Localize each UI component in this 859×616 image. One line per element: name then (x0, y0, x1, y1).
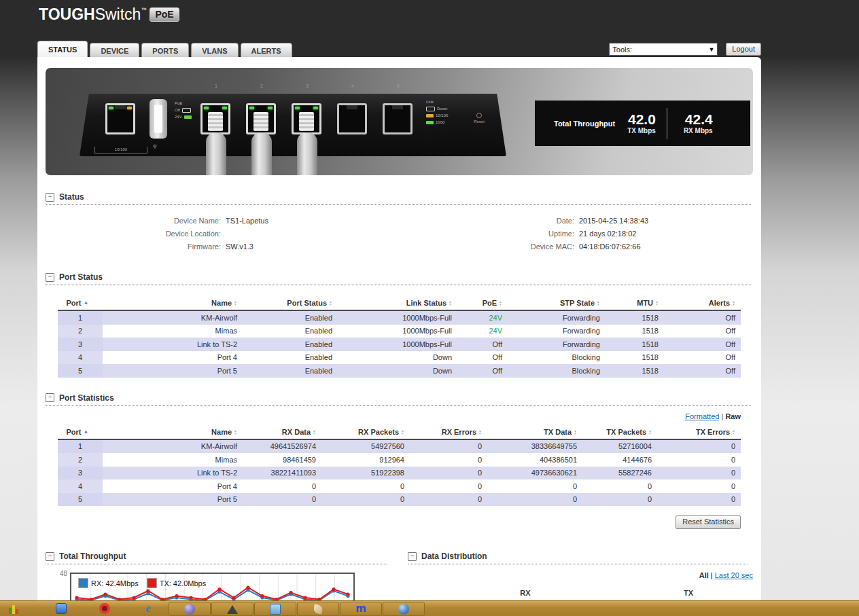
table-cell: 5 (58, 493, 103, 507)
chart-legend: RX: 42.4Mbps TX: 42.0Mbps (78, 578, 206, 588)
raw-link[interactable]: Raw (725, 412, 741, 420)
column-header-tx-packets[interactable]: TX Packets▲▼ (582, 424, 657, 439)
dark-triangle-icon (227, 605, 238, 614)
table-cell: Mimas (103, 325, 243, 338)
column-header-port-status[interactable]: Port Status▲▼ (243, 295, 338, 310)
column-header-rx-data[interactable]: RX Data▲▼ (243, 424, 321, 439)
column-label: TX Errors (696, 428, 730, 436)
tab-ports[interactable]: PORTS (141, 43, 189, 58)
column-header-poe[interactable]: PoE▲▼ (457, 295, 508, 310)
table-cell: 52716004 (582, 439, 657, 454)
tx-unit: TX Mbps (627, 127, 656, 134)
purple-orb-icon (184, 604, 195, 615)
column-header-rx-packets[interactable]: RX Packets▲▼ (321, 424, 410, 439)
table-cell: Enabled (243, 338, 338, 351)
table-cell: 0 (410, 493, 487, 507)
date-value: 2015-04-25 14:38:43 (579, 215, 648, 228)
reset-statistics-button[interactable]: Reset Statistics (676, 515, 741, 529)
rx-unit: RX Mbps (684, 127, 713, 134)
logout-button[interactable]: Logout (726, 43, 761, 56)
device-photo-band: 10/100 PoE Off 24V (46, 68, 753, 175)
column-header-stp-state[interactable]: STP State▲▼ (508, 295, 606, 310)
table-cell: 1518 (606, 325, 664, 338)
sort-icon: ▲▼ (574, 429, 577, 435)
table-cell: 0 (243, 493, 321, 507)
blue-window-icon[interactable] (56, 603, 67, 614)
table-row: 3Link to TS-2382214110935192239804973663… (58, 467, 741, 480)
table-cell: 3 (58, 338, 103, 351)
sort-icon: ▲▼ (401, 429, 404, 435)
table-cell: Port 4 (103, 351, 243, 365)
green-led (222, 107, 227, 109)
port-number: 5 (393, 84, 403, 88)
column-header-name[interactable]: Name▲▼ (103, 295, 243, 310)
taskbar-button[interactable] (169, 602, 211, 616)
table-cell: 3 (58, 467, 103, 480)
table-cell: Down (338, 351, 457, 365)
collapse-icon[interactable]: − (408, 552, 417, 561)
column-header-tx-data[interactable]: TX Data▲▼ (487, 424, 582, 439)
collapse-icon[interactable]: − (46, 273, 54, 282)
taskbar-button[interactable] (383, 602, 425, 616)
green-led (249, 107, 254, 109)
table-cell: 0 (582, 479, 657, 493)
sort-icon: ▲▼ (234, 300, 237, 306)
collapse-icon[interactable]: − (46, 193, 54, 202)
sort-icon: ▲▼ (732, 300, 735, 306)
sort-icon: ▲▼ (732, 429, 735, 435)
tab-status[interactable]: STATUS (37, 41, 88, 58)
taskbar-button[interactable] (254, 602, 296, 616)
column-header-rx-errors[interactable]: RX Errors▲▼ (410, 424, 487, 439)
table-row: 4Port 4000000 (58, 479, 741, 493)
table-cell: 4 (58, 479, 103, 493)
table-cell: 0 (582, 493, 657, 507)
table-cell: 24V (457, 310, 508, 325)
device-mac-value: 04:18:D6:07:62:66 (579, 240, 641, 253)
red-ring-icon[interactable] (99, 603, 110, 614)
last-20-sec-filter[interactable]: Last 20 sec (715, 571, 753, 579)
device-name-value: TS1-Lapetus (226, 215, 268, 228)
table-cell: 0 (410, 453, 487, 467)
column-label: RX Errors (442, 428, 476, 436)
tab-vlans[interactable]: VLANS (191, 43, 238, 58)
taskbar-button[interactable] (297, 602, 339, 616)
all-filter[interactable]: All (699, 571, 709, 579)
green-led (295, 107, 300, 109)
column-header-tx-errors[interactable]: TX Errors▲▼ (657, 424, 741, 439)
divider (667, 108, 667, 139)
column-header-mtu[interactable]: MTU▲▼ (606, 295, 664, 310)
ie-browser-icon[interactable] (143, 603, 154, 614)
field-label: Firmware: (58, 240, 226, 253)
table-cell: 0 (321, 479, 410, 493)
green-led (109, 107, 113, 109)
collapse-icon[interactable]: − (46, 393, 54, 402)
distribution-filters: All | Last 20 sec (400, 571, 753, 579)
collapse-icon[interactable]: − (46, 552, 54, 561)
tx-value: 42.0 (627, 112, 656, 127)
reset-label: Reset (474, 120, 485, 124)
column-header-alerts[interactable]: Alerts▲▼ (664, 295, 741, 310)
column-header-port[interactable]: Port▲ (58, 295, 103, 310)
globe-icon (398, 604, 409, 615)
tools-dropdown-label: Tools: (612, 46, 632, 54)
tools-dropdown[interactable]: Tools: ▼ (609, 43, 718, 56)
taskbar-button[interactable] (211, 602, 253, 616)
formatted-link[interactable]: Formatted (685, 412, 719, 420)
table-cell: 55827246 (582, 467, 657, 480)
tab-alerts[interactable]: ALERTS (241, 43, 292, 58)
green-led (313, 107, 318, 109)
table-cell: Port 4 (103, 479, 243, 493)
tx-throughput: 42.0 TX Mbps (627, 112, 656, 134)
table-cell: 404386501 (487, 453, 582, 467)
link-down-led (426, 107, 435, 111)
table-cell: Off (664, 338, 741, 351)
section-title: Port Status (59, 272, 103, 282)
status-fields: Device Name:TS1-Lapetus Device Location:… (37, 215, 761, 254)
table-row: 4Port 4EnabledDownOffBlocking1518Off (58, 351, 741, 365)
taskbar-button[interactable] (340, 602, 382, 616)
column-header-port[interactable]: Port▲ (58, 424, 103, 439)
tab-device[interactable]: DEVICE (90, 43, 139, 58)
column-header-name[interactable]: Name▲▼ (103, 424, 243, 439)
column-header-link-status[interactable]: Link Status▲▼ (338, 295, 457, 310)
chart-icon[interactable] (8, 603, 19, 614)
